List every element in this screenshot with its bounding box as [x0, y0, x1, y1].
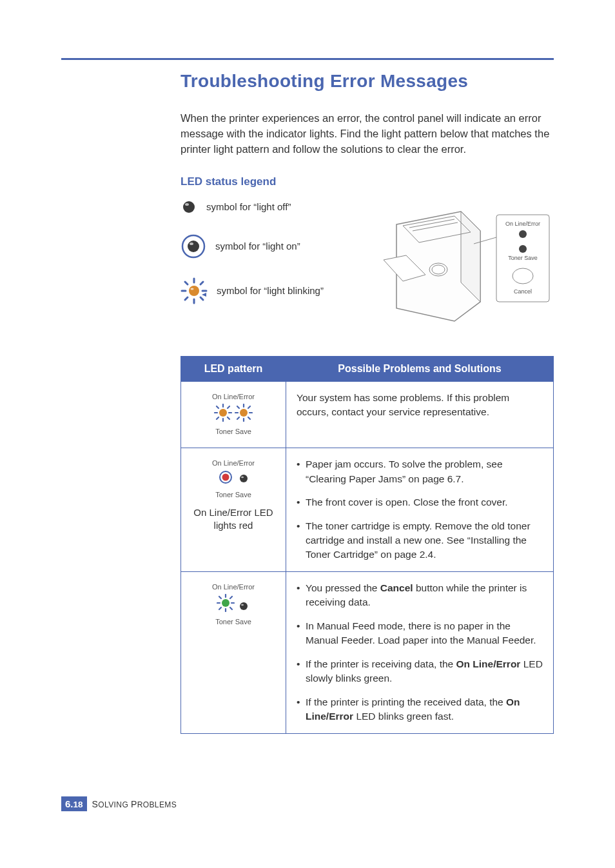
troubleshooting-table: LED pattern Possible Problems and Soluti…	[181, 356, 554, 734]
footer-section-name: SOLVING PROBLEMS	[92, 799, 177, 809]
led-blink-orange-icon	[235, 404, 253, 422]
list-item: Paper jam occurs. To solve the problem, …	[297, 457, 543, 486]
led-pattern-cell: On Line/Error Toner S	[181, 571, 286, 733]
svg-point-4	[190, 242, 193, 245]
svg-point-33	[219, 409, 227, 417]
svg-line-9	[185, 282, 188, 284]
led-off-icon	[237, 600, 250, 612]
list-item: The toner cartridge is empty. Remove the…	[297, 519, 543, 562]
svg-point-56	[240, 602, 248, 610]
panel-toner-save-label: Toner Save	[508, 255, 538, 261]
panel-online-error-label: On Line/Error	[505, 221, 540, 227]
svg-line-31	[217, 417, 219, 419]
led-on-red-icon	[217, 470, 235, 484]
legend-row-blink: symbol for “light blinking”	[181, 277, 348, 304]
led-blink-orange-icon	[214, 404, 232, 422]
led-caption: On Line/Error LED lights red	[185, 506, 282, 531]
text-run: You pressed the	[306, 582, 380, 593]
page-title: Troubleshooting Error Messages	[181, 71, 554, 92]
table-row: On Line/Error Toner S	[181, 571, 554, 733]
svg-line-30	[228, 417, 229, 419]
text-run: LED blinks green fast.	[353, 711, 454, 722]
solution-cell: You pressed the Cancel button while the …	[286, 571, 554, 733]
svg-line-29	[217, 406, 219, 408]
smallcaps: OLVING	[98, 800, 131, 809]
solution-cell: Your system has some problems. If this p…	[286, 381, 554, 448]
solution-cell: Paper jam occurs. To solve the problem, …	[286, 448, 554, 572]
led-top-label: On Line/Error	[185, 582, 282, 593]
text-run: If the printer is receiving data, the	[306, 658, 456, 669]
svg-point-42	[240, 409, 248, 417]
list-item: In Manual Feed mode, there is no paper i…	[297, 619, 543, 648]
led-bottom-label: Toner Save	[185, 617, 282, 627]
legend-on-label: symbol for “light on”	[215, 241, 300, 252]
page: Troubleshooting Error Messages When the …	[0, 0, 615, 868]
list-item: You pressed the Cancel button while the …	[297, 581, 543, 610]
smallcaps: ROBLEMS	[137, 800, 177, 809]
svg-line-54	[230, 597, 232, 598]
led-top-label: On Line/Error	[185, 459, 282, 469]
svg-line-51	[219, 597, 221, 598]
svg-point-45	[240, 475, 248, 482]
intro-paragraph: When the printer experiences an error, t…	[181, 111, 554, 157]
top-divider	[61, 58, 554, 60]
led-on-icon	[181, 233, 206, 259]
svg-line-38	[237, 406, 239, 408]
panel-cancel-label: Cancel	[513, 288, 531, 295]
svg-line-32	[228, 406, 229, 408]
page-number-box: 6.18	[61, 796, 87, 811]
svg-point-46	[241, 477, 244, 478]
table-row: On Line/Error	[181, 381, 554, 448]
svg-point-22	[519, 230, 527, 238]
led-blink-green-icon	[217, 594, 235, 612]
svg-point-55	[222, 599, 229, 607]
cap: P	[131, 799, 137, 809]
led-pattern-cell: On Line/Error Toner Save On Line/Error L…	[181, 448, 286, 572]
svg-line-11	[185, 297, 188, 300]
svg-line-39	[248, 417, 250, 419]
printer-diagram-icon: On Line/Error Toner Save Cancel	[371, 199, 551, 328]
solution-list: Paper jam occurs. To solve the problem, …	[297, 457, 543, 562]
svg-line-52	[230, 607, 232, 609]
col-header-problem: Possible Problems and Solutions	[286, 356, 554, 381]
legend-heading: LED status legend	[181, 175, 554, 188]
svg-line-41	[248, 406, 250, 408]
solution-text: Your system has some problems. If this p…	[297, 392, 509, 417]
page-footer: 6.18 SOLVING PROBLEMS	[61, 796, 177, 811]
printer-illustration: On Line/Error Toner Save Cancel	[367, 199, 554, 328]
svg-line-53	[219, 607, 221, 609]
svg-marker-15	[202, 293, 206, 297]
legend-off-label: symbol for “light off”	[206, 201, 291, 212]
svg-point-3	[188, 241, 199, 252]
bold-run: Cancel	[380, 582, 413, 593]
svg-point-23	[519, 245, 527, 253]
legend-row-off: symbol for “light off”	[181, 199, 348, 215]
chapter-number: 6.	[65, 798, 73, 809]
list-item: If the printer is receiving data, the On…	[297, 657, 543, 686]
page-number: 18	[73, 800, 83, 809]
legend-row-on: symbol for “light on”	[181, 233, 348, 259]
svg-point-18	[432, 265, 445, 274]
list-item: If the printer is printing the received …	[297, 695, 543, 724]
svg-point-57	[241, 604, 244, 606]
legend-blink-label: symbol for “light blinking”	[217, 285, 324, 296]
svg-point-0	[183, 201, 195, 213]
led-off-icon	[237, 473, 250, 484]
svg-point-24	[512, 268, 533, 284]
led-bottom-label: Toner Save	[185, 490, 282, 500]
svg-line-12	[200, 282, 203, 284]
svg-line-10	[200, 297, 203, 300]
solution-list: You pressed the Cancel button while the …	[297, 581, 543, 724]
legend-block: symbol for “light off” symbol for “light…	[181, 199, 554, 328]
svg-point-14	[191, 288, 194, 290]
led-bottom-label: Toner Save	[185, 427, 282, 437]
led-blink-icon	[181, 277, 208, 304]
svg-point-44	[222, 474, 229, 481]
led-pattern-cell: On Line/Error	[181, 381, 286, 448]
bold-run: On Line/Error	[456, 658, 520, 669]
led-off-icon	[181, 199, 197, 215]
table-row: On Line/Error Toner Save On Line/Error L…	[181, 448, 554, 572]
svg-point-13	[189, 286, 199, 296]
col-header-led: LED pattern	[181, 356, 286, 381]
text-run: If the printer is printing the received …	[306, 696, 506, 707]
